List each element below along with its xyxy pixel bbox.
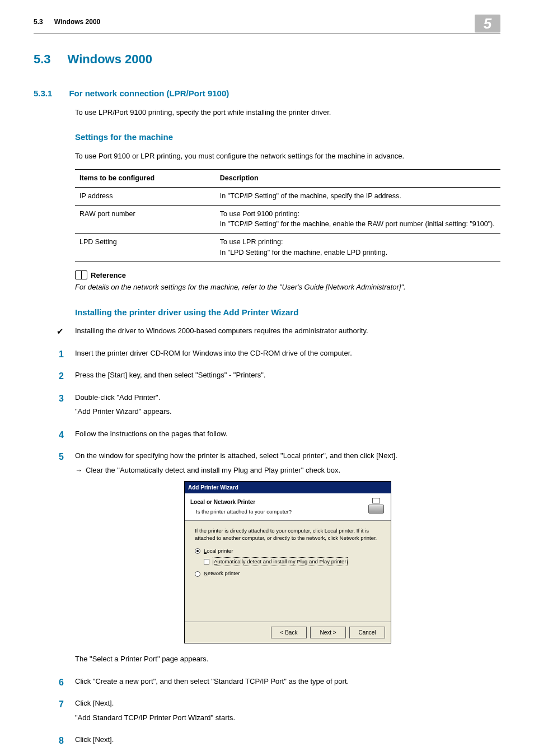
subsection-number: 5.3.1 xyxy=(34,87,52,100)
table-header-item: Items to be configured xyxy=(75,170,216,188)
step-text: Click [Next]. xyxy=(75,698,500,709)
running-header-left: 5.3 Windows 2000 xyxy=(34,17,100,27)
settings-table: Items to be configured Description IP ad… xyxy=(75,169,500,262)
table-header-row: Items to be configured Description xyxy=(75,170,500,188)
table-cell-desc: To use LPR printing: In "LPD Setting" fo… xyxy=(216,234,500,262)
table-header-desc: Description xyxy=(216,170,500,188)
reference-label: Reference xyxy=(91,270,126,281)
step-number: 7 xyxy=(34,698,64,726)
back-button[interactable]: < Back xyxy=(271,627,307,638)
dialog-intro-text: If the printer is directly attached to y… xyxy=(195,528,381,542)
dialog-header-bold: Local or Network Printer xyxy=(190,498,292,506)
step-result: The "Select a Printer Port" page appears… xyxy=(75,654,500,665)
step-text: Click [Next]. xyxy=(75,734,500,745)
prereq-text: Installing the driver to Windows 2000-ba… xyxy=(75,325,500,337)
arrow-icon: → xyxy=(75,465,82,476)
running-header-section-name: Windows 2000 xyxy=(54,18,101,26)
dialog-header-text: Local or Network Printer Is the printer … xyxy=(190,498,292,516)
step-3: 3 Double-click "Add Printer". "Add Print… xyxy=(34,392,500,421)
add-printer-wizard-dialog: Add Printer Wizard Local or Network Prin… xyxy=(184,481,391,643)
checkbox-label: Automatically detect and install my Plug… xyxy=(213,557,348,566)
step-7: 7 Click [Next]. "Add Standard TCP/IP Pri… xyxy=(34,698,500,726)
label-rest: ocal printer xyxy=(207,548,233,554)
check-icon: ✔ xyxy=(34,325,64,340)
step-result: "Add Standard TCP/IP Printer Port Wizard… xyxy=(75,712,500,724)
radio-label: Network printer xyxy=(204,570,240,577)
step-text: Insert the printer driver CD-ROM for Win… xyxy=(75,348,500,359)
section-number: 5.3 xyxy=(34,50,51,68)
dialog-footer: < Back Next > Cancel xyxy=(185,622,391,643)
radio-label: Local printer xyxy=(204,547,233,555)
step-text: Follow the instructions on the pages tha… xyxy=(75,428,500,440)
reference-text: For details on the network settings for … xyxy=(75,282,500,293)
step-2: 2 Press the [Start] key, and then select… xyxy=(34,370,500,384)
step-text: Press the [Start] key, and then select "… xyxy=(75,370,500,381)
chapter-number-badge: 5 xyxy=(475,15,500,32)
dialog-titlebar: Add Printer Wizard xyxy=(185,482,391,493)
settings-intro: To use Port 9100 or LPR printing, you mu… xyxy=(75,151,500,162)
table-cell-desc: To use Port 9100 printing: In "TCP/IP Se… xyxy=(216,205,500,234)
radio-icon xyxy=(195,548,200,554)
step-6: 6 Click "Create a new port", and then se… xyxy=(34,676,500,690)
checkbox-auto-detect[interactable]: Automatically detect and install my Plug… xyxy=(204,557,381,566)
step-4: 4 Follow the instructions on the pages t… xyxy=(34,428,500,443)
radio-local-printer[interactable]: Local printer xyxy=(195,547,381,555)
step-5: 5 On the window for specifying how the p… xyxy=(34,450,500,668)
cancel-button[interactable]: Cancel xyxy=(349,627,385,638)
table-cell-item: LPD Setting xyxy=(75,234,216,262)
radio-network-printer[interactable]: Network printer xyxy=(195,570,381,577)
chapter-number-text: 5 xyxy=(484,13,491,35)
step-sub-bullet: → Clear the "Automatically detect and in… xyxy=(75,465,500,476)
step-number: 6 xyxy=(34,676,64,690)
step-number: 4 xyxy=(34,428,64,443)
table-row: LPD Setting To use LPR printing: In "LPD… xyxy=(75,234,500,262)
step-sub-text: Clear the "Automatically detect and inst… xyxy=(86,465,340,476)
table-row: IP address In "TCP/IP Setting" of the ma… xyxy=(75,187,500,205)
step-8: 8 Click [Next]. xyxy=(34,734,500,749)
dialog-header-sub: Is the printer attached to your computer… xyxy=(196,508,292,515)
settings-heading: Settings for the machine xyxy=(75,131,500,144)
step-result: "Add Printer Wizard" appears. xyxy=(75,406,500,417)
label-rest: utomatically detect and install my Plug … xyxy=(217,558,346,564)
step-list: ✔ Installing the driver to Windows 2000-… xyxy=(75,325,500,749)
access-key: N xyxy=(204,570,208,576)
step-text: On the window for specifying how the pri… xyxy=(75,450,500,461)
running-header-section-num: 5.3 xyxy=(34,18,43,26)
book-icon xyxy=(75,270,87,279)
step-text: Double-click "Add Printer". xyxy=(75,392,500,403)
dialog-screenshot: Add Printer Wizard Local or Network Prin… xyxy=(75,481,500,643)
install-heading: Installing the printer driver using the … xyxy=(75,306,500,319)
step-text: Click "Create a new port", and then sele… xyxy=(75,676,500,687)
label-rest: etwork printer xyxy=(208,570,240,576)
next-button[interactable]: Next > xyxy=(310,627,346,638)
checkbox-icon xyxy=(204,559,209,564)
step-number: 2 xyxy=(34,370,64,384)
table-cell-desc: In "TCP/IP Setting" of the machine, spec… xyxy=(216,187,500,205)
subsection-intro: To use LPR/Port 9100 printing, specify t… xyxy=(75,107,500,118)
step-number: 8 xyxy=(34,734,64,749)
step-number: 1 xyxy=(34,348,64,362)
printer-icon xyxy=(367,498,385,514)
radio-icon xyxy=(195,571,200,577)
page-top-header: 5.3 Windows 2000 5 xyxy=(34,17,500,34)
step-number: 3 xyxy=(34,392,64,421)
section-title: Windows 2000 xyxy=(68,50,152,68)
reference-row: Reference xyxy=(75,270,500,281)
subsection-heading: 5.3.1 For network connection (LPR/Port 9… xyxy=(34,87,500,100)
dialog-header: Local or Network Printer Is the printer … xyxy=(185,493,391,521)
table-cell-item: RAW port number xyxy=(75,205,216,234)
section-heading: 5.3 Windows 2000 xyxy=(34,50,500,68)
step-prereq: ✔ Installing the driver to Windows 2000-… xyxy=(34,325,500,340)
step-number: 5 xyxy=(34,450,64,668)
dialog-body: If the printer is directly attached to y… xyxy=(185,521,391,622)
table-row: RAW port number To use Port 9100 printin… xyxy=(75,205,500,234)
subsection-title: For network connection (LPR/Port 9100) xyxy=(69,87,229,100)
table-cell-item: IP address xyxy=(75,187,216,205)
step-1: 1 Insert the printer driver CD-ROM for W… xyxy=(34,348,500,362)
